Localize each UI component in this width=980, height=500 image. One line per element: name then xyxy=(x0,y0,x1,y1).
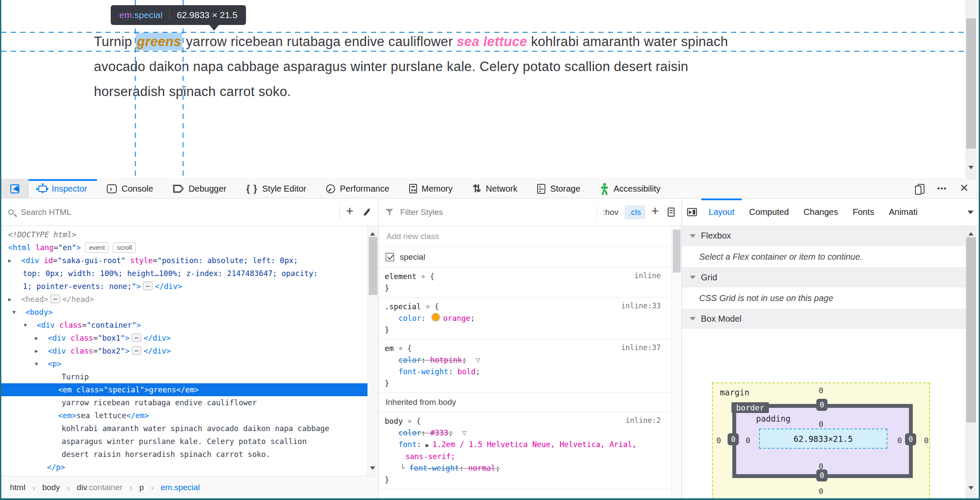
sidebar-toggle-icon[interactable] xyxy=(687,208,697,216)
pick-element-icon xyxy=(10,184,19,193)
chevron-right-icon: › xyxy=(32,482,35,493)
pick-element-button[interactable] xyxy=(1,179,28,198)
markup-row-selected[interactable]: <em class="special">greens</em> xyxy=(1,383,368,396)
tab-network[interactable]: Network xyxy=(463,179,527,198)
tab-animations[interactable]: Animati xyxy=(881,199,925,226)
breadcrumb-item-body[interactable]: body xyxy=(42,483,60,492)
markup-row[interactable]: <!DOCTYPE html> xyxy=(1,228,368,241)
page-scrollbar[interactable] xyxy=(966,0,976,179)
declaration-color-orange[interactable]: color: orange; xyxy=(379,313,672,324)
tab-storage[interactable]: Storage xyxy=(527,179,590,198)
toggle-classes-button[interactable]: .cls xyxy=(625,205,646,219)
scroll-up-arrow-icon[interactable] xyxy=(370,230,375,236)
responsive-design-mode-icon[interactable] xyxy=(918,184,924,194)
token: <div xyxy=(37,321,55,329)
grid-section-header[interactable]: Grid xyxy=(682,267,968,287)
layout-scrollbar[interactable] xyxy=(966,226,976,498)
tab-debugger[interactable]: Debugger xyxy=(163,179,236,198)
all-tabs-dropdown-icon[interactable] xyxy=(968,211,974,214)
margin-right-value[interactable]: 0 xyxy=(924,436,929,445)
border-right-value[interactable]: 0 xyxy=(905,433,916,445)
rule-selector-line[interactable]: element ⌖ { xyxy=(379,270,672,283)
add-rule-icon[interactable] xyxy=(651,207,662,217)
border-top-value[interactable]: 0 xyxy=(816,399,828,411)
close-devtools-icon[interactable] xyxy=(960,183,968,194)
toggle-hover-button[interactable]: :hov xyxy=(603,208,619,217)
rule-location-link[interactable]: inline:33 xyxy=(621,301,661,310)
tab-memory[interactable]: Memory xyxy=(399,179,463,198)
declaration-font-shorthand[interactable]: font: ▶ 1.2em / 1.5 Helvetica Neue, Helv… xyxy=(379,439,672,451)
margin-bottom-value[interactable]: 0 xyxy=(713,487,929,496)
page-scrollbar-thumb[interactable] xyxy=(966,19,976,149)
margin-left-value[interactable]: 0 xyxy=(716,436,721,445)
token: <head> xyxy=(21,295,48,304)
scroll-down-arrow-icon[interactable] xyxy=(370,466,375,472)
tab-computed[interactable]: Computed xyxy=(742,199,796,226)
markup-row[interactable]: ▶<head>⋯</head> xyxy=(1,293,368,306)
rule-location-link[interactable]: inline:2 xyxy=(625,416,661,425)
markup-row[interactable]: ▶<div class="box2">⋯</div> xyxy=(1,345,368,357)
eyedropper-icon[interactable] xyxy=(364,208,370,216)
markup-row[interactable]: yarrow ricebean rutabaga endive cauliflo… xyxy=(1,396,368,409)
tab-layout[interactable]: Layout xyxy=(701,199,742,226)
meatball-menu-icon[interactable] xyxy=(937,184,947,193)
markup-row[interactable]: ▶<div id="saka-gui-root" style="position… xyxy=(1,254,368,267)
rule-location-link[interactable]: inline xyxy=(635,271,661,280)
token: = xyxy=(53,256,58,265)
box-model-content-box[interactable]: 62.9833×21.5 xyxy=(759,429,887,449)
scroll-down-arrow-icon[interactable] xyxy=(968,166,974,172)
markup-scrollbar-thumb[interactable] xyxy=(369,237,377,295)
flexbox-section-header[interactable]: Flexbox xyxy=(682,226,968,246)
tab-performance[interactable]: Performance xyxy=(316,179,399,198)
padding-left-value[interactable]: 0 xyxy=(746,436,750,445)
breadcrumb-item-em-special[interactable]: em.special xyxy=(161,483,200,492)
box-model-section-header[interactable]: Box Model xyxy=(682,309,968,329)
markup-row[interactable]: desert raisin horseradish spinach carrot… xyxy=(1,448,368,461)
add-node-icon[interactable] xyxy=(346,207,356,217)
class-checkbox[interactable] xyxy=(386,253,394,261)
layout-scrollbar-thumb[interactable] xyxy=(966,237,976,422)
token: { xyxy=(425,272,434,281)
tab-changes[interactable]: Changes xyxy=(796,199,845,226)
markup-row[interactable]: ▼<body> xyxy=(1,306,368,319)
tab-console[interactable]: Console xyxy=(97,179,163,198)
markup-row[interactable]: Turnip xyxy=(1,370,368,383)
add-new-class-input[interactable] xyxy=(386,231,665,242)
markup-row[interactable]: <em>sea lettuce</em> xyxy=(1,409,368,422)
section-title: Grid xyxy=(701,273,717,283)
scroll-up-arrow-icon[interactable] xyxy=(968,230,974,236)
breadcrumb-item-p[interactable]: p xyxy=(139,483,144,492)
tab-style-editor[interactable]: Style Editor xyxy=(236,179,317,198)
padding-right-value[interactable]: 0 xyxy=(897,436,902,445)
markup-row[interactable]: </p> xyxy=(1,461,368,474)
tab-accessibility[interactable]: Accessibility xyxy=(590,179,670,198)
rule-location-link[interactable]: inline:37 xyxy=(621,343,661,352)
declaration-font-weight-normal-overridden[interactable]: └ font-weight: normal; xyxy=(379,463,672,474)
markup-row[interactable]: ▶<div class="box1">⋯</div> xyxy=(1,332,368,345)
border-left-value[interactable]: 0 xyxy=(728,433,739,445)
border-bottom-value[interactable]: 0 xyxy=(816,469,828,481)
rules-scrollbar[interactable] xyxy=(672,226,681,498)
markup-row[interactable]: kohlrabi amaranth water spinach avocado … xyxy=(1,422,368,435)
scroll-down-arrow-icon[interactable] xyxy=(968,486,974,492)
search-html-input[interactable] xyxy=(20,207,333,217)
markup-row[interactable]: 1; pointer-events: none;">⋯</div> xyxy=(1,280,368,293)
breadcrumb-item-div-container[interactable]: div.container xyxy=(77,483,122,492)
breadcrumb-item-html[interactable]: html xyxy=(10,483,25,492)
tab-inspector[interactable]: Inspector xyxy=(28,179,97,198)
declaration-color-hotpink-overridden[interactable]: color: hotpink; ▽ xyxy=(379,354,672,366)
markup-row[interactable]: ▼<p> xyxy=(1,357,368,370)
markup-row[interactable]: ▼<div class="container"> xyxy=(1,319,368,332)
margin-top-value[interactable]: 0 xyxy=(713,386,929,395)
filter-styles-input[interactable] xyxy=(399,207,591,217)
stylesheet-icon[interactable] xyxy=(668,208,675,217)
declaration-font-weight-bold[interactable]: font-weight: bold; xyxy=(379,366,672,378)
markup-scrollbar[interactable] xyxy=(367,227,378,475)
tab-fonts[interactable]: Fonts xyxy=(845,199,881,226)
markup-row[interactable]: top: 0px; width: 100%; height…100%; z-in… xyxy=(1,267,368,280)
rules-scrollbar-thumb[interactable] xyxy=(673,230,681,273)
declaration-color-333-overridden[interactable]: color: #333; ▽ xyxy=(379,427,672,439)
markup-row[interactable]: asparagus winter purslane kale. Celery p… xyxy=(1,435,368,448)
padding-top-value[interactable]: 0 xyxy=(713,419,929,429)
markup-row[interactable]: <html lang="en">eventscroll xyxy=(1,241,368,254)
